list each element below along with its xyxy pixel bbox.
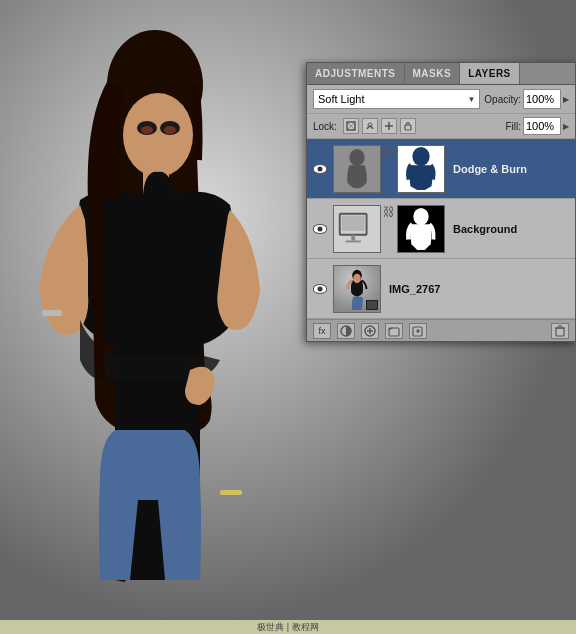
svg-rect-21 [351,234,355,240]
svg-rect-5 [220,490,242,495]
new-adjustment-button[interactable] [361,323,379,339]
svg-rect-37 [556,328,564,336]
layer-thumb-left-background [333,205,381,253]
fill-group: Fill: 100% ▶ [505,117,569,135]
lock-all-button[interactable] [400,118,416,134]
blend-mode-select[interactable]: Soft Light ▼ [313,89,480,109]
svg-point-2 [123,93,193,177]
layer-thumb-mask-background [397,205,445,253]
opacity-arrow-icon[interactable]: ▶ [563,95,569,104]
new-group-button[interactable] [385,323,403,339]
svg-point-25 [413,207,428,224]
blend-mode-value: Soft Light [318,93,364,105]
opacity-label: Opacity: [484,94,521,105]
thumb-svg-bg-right [398,205,444,253]
layer-row-dodge-burn[interactable]: ⛓ Dodge & Burn [307,139,575,199]
layer-name-img2767: IMG_2767 [385,283,571,295]
layer-visibility-img2767[interactable] [311,280,329,298]
thumb-svg-db-right [398,145,444,193]
svg-point-8 [141,126,153,134]
svg-point-18 [412,146,429,165]
blend-mode-row: Soft Light ▼ Opacity: 100% ▶ [307,85,575,114]
layer-thumb-group-background: ⛓ [333,205,445,253]
layer-link-icon-dodge-burn: ⛓ [383,145,395,193]
thumb-svg-db-left [334,145,380,193]
layer-link-icon-background: ⛓ [383,205,395,253]
layer-row-img2767[interactable]: IMG_2767 [307,259,575,319]
opacity-input[interactable]: 100% [523,89,561,109]
svg-rect-4 [42,310,62,316]
layer-thumb-left-dodge-burn [333,145,381,193]
watermark-bar: 极世典 | 教程网 [0,620,576,634]
panel-bottom-bar: fx [307,319,575,341]
layer-name-dodge-burn: Dodge & Burn [449,163,571,175]
eye-icon-background [313,224,327,234]
svg-rect-22 [346,240,361,242]
lock-row: Lock: Fill: 100% ▶ [307,114,575,139]
tab-layers[interactable]: LAYERS [460,63,520,84]
lock-transparent-button[interactable] [343,118,359,134]
layer-effects-button[interactable]: fx [313,323,331,339]
eye-icon-dodge-burn [313,164,327,174]
new-layer-button[interactable] [409,323,427,339]
lock-icons [343,118,416,134]
delete-layer-button[interactable] [551,323,569,339]
eye-icon-img2767 [313,284,327,294]
layer-thumb-img2767 [333,265,381,313]
filmstrip-icon [366,300,378,310]
svg-point-9 [164,126,176,134]
layer-row-background[interactable]: ⛓ Background [307,199,575,259]
thumb-svg-bg-left [334,205,380,253]
lock-pixels-button[interactable] [362,118,378,134]
panel-tabs: ADJUSTMENTS MASKS LAYERS [307,63,575,85]
opacity-group: Opacity: 100% ▶ [484,89,569,109]
tab-adjustments[interactable]: ADJUSTMENTS [307,63,405,84]
svg-point-16 [349,148,364,165]
layer-thumb-group-img2767 [333,265,381,313]
svg-point-28 [353,273,361,283]
fill-input[interactable]: 100% [523,117,561,135]
layer-thumb-mask-dodge-burn [397,145,445,193]
fill-arrow-icon[interactable]: ▶ [563,122,569,131]
layer-visibility-background[interactable] [311,220,329,238]
lock-label: Lock: [313,121,337,132]
layer-thumb-group-dodge-burn: ⛓ [333,145,445,193]
layers-panel: ADJUSTMENTS MASKS LAYERS Soft Light ▼ Op… [306,62,576,342]
blend-select-arrow-icon: ▼ [467,95,475,104]
tab-masks[interactable]: MASKS [405,63,461,84]
layer-visibility-dodge-burn[interactable] [311,160,329,178]
svg-rect-14 [405,125,411,130]
layer-mask-button[interactable] [337,323,355,339]
lock-position-button[interactable] [381,118,397,134]
watermark-text: 极世典 | 教程网 [257,621,318,634]
layer-name-background: Background [449,223,571,235]
fill-label: Fill: [505,121,521,132]
svg-rect-23 [342,215,365,230]
